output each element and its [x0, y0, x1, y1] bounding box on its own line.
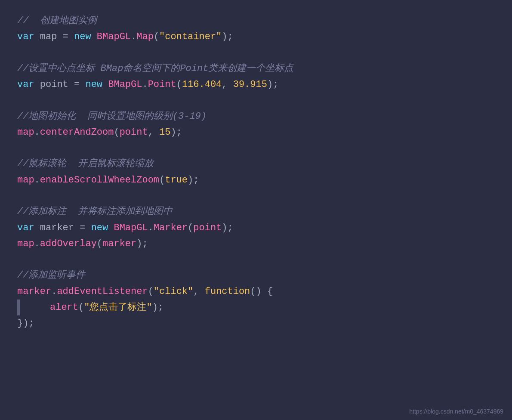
code-line-3: map . centerAndZoom ( point , 15 );: [17, 124, 495, 140]
keyword-var-1: var: [17, 29, 34, 45]
comment-1: // 创建地图实例: [17, 13, 97, 29]
comment-block-3: //地图初始化 同时设置地图的级别(3-19): [17, 108, 495, 124]
gap-4: [17, 188, 495, 204]
gap-1: [17, 45, 495, 61]
comment-block-5: //添加标注 并将标注添加到地图中: [17, 204, 495, 219]
gap-5: [17, 252, 495, 267]
code-line-1: var map = new BMapGL . Map ( "container"…: [17, 29, 495, 45]
code-line-6b: alert ( "您点击了标注" );: [17, 300, 495, 315]
code-line-4: map . enableScrollWheelZoom ( true );: [17, 172, 495, 188]
code-line-2: var point = new BMapGL . Point ( 116.404…: [17, 77, 495, 93]
watermark: https://blog.csdn.net/m0_46374969: [409, 408, 503, 415]
comment-5: //添加标注 并将标注添加到地图中: [17, 204, 173, 219]
comment-block-1: // 创建地图实例: [17, 13, 495, 29]
gap-2: [17, 93, 495, 108]
comment-4: //鼠标滚轮 开启鼠标滚轮缩放: [17, 156, 154, 172]
code-line-5a: var marker = new BMapGL . Marker ( point…: [17, 220, 495, 236]
comment-block-2: //设置中心点坐标 BMap命名空间下的Point类来创建一个坐标点: [17, 61, 495, 77]
code-line-5b: map . addOverlay ( marker );: [17, 236, 495, 252]
code-line-6c: });: [17, 315, 495, 331]
comment-6: //添加监听事件: [17, 267, 85, 283]
comment-3: //地图初始化 同时设置地图的级别(3-19): [17, 108, 207, 124]
code-line-6a: marker . addEventListener ( "click" , fu…: [17, 284, 495, 300]
comment-2: //设置中心点坐标 BMap命名空间下的Point类来创建一个坐标点: [17, 61, 293, 77]
keyword-new-1: new: [74, 29, 91, 45]
gap-3: [17, 140, 495, 156]
code-container: // 创建地图实例 var map = new BMapGL . Map ( "…: [0, 0, 512, 345]
comment-block-4: //鼠标滚轮 开启鼠标滚轮缩放: [17, 156, 495, 172]
comment-block-6: //添加监听事件: [17, 267, 495, 283]
